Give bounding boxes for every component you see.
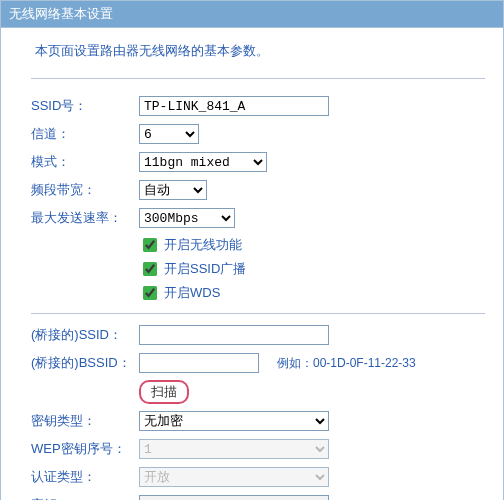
key-input [139,495,329,500]
bandwidth-select[interactable]: 自动 [139,180,207,200]
enable-wireless-checkbox[interactable] [143,238,157,252]
enable-wds-label: 开启WDS [164,284,220,302]
bridge-bssid-label: (桥接的)BSSID： [31,354,139,372]
auth-type-select: 开放 [139,467,329,487]
intro-text: 本页面设置路由器无线网络的基本参数。 [31,42,485,60]
enable-wireless-label: 开启无线功能 [164,236,242,254]
panel-title: 无线网络基本设置 [1,1,503,28]
enable-ssid-label: 开启SSID广播 [164,260,246,278]
bssid-example: 例如：00-1D-0F-11-22-33 [277,355,416,372]
ssid-input[interactable] [139,96,329,116]
ssid-label: SSID号： [31,97,139,115]
maxrate-select[interactable]: 300Mbps [139,208,235,228]
wep-index-select: 1 [139,439,329,459]
key-label: 密钥： [31,496,139,500]
mode-label: 模式： [31,153,139,171]
maxrate-label: 最大发送速率： [31,209,139,227]
channel-select[interactable]: 6 [139,124,199,144]
key-type-label: 密钥类型： [31,412,139,430]
enable-wireless-row: 开启无线功能 [139,235,485,255]
auth-type-label: 认证类型： [31,468,139,486]
section-separator [31,313,485,314]
bridge-ssid-input[interactable] [139,325,329,345]
channel-label: 信道： [31,125,139,143]
enable-wds-checkbox[interactable] [143,286,157,300]
mode-select[interactable]: 11bgn mixed [139,152,267,172]
enable-ssid-row: 开启SSID广播 [139,259,485,279]
wep-index-label: WEP密钥序号： [31,440,139,458]
panel-body: 本页面设置路由器无线网络的基本参数。 SSID号： 信道： 6 模式： 11bg… [1,28,503,500]
scan-button[interactable]: 扫描 [139,380,189,404]
wireless-settings-panel: 无线网络基本设置 本页面设置路由器无线网络的基本参数。 SSID号： 信道： 6… [0,0,504,500]
enable-ssid-checkbox[interactable] [143,262,157,276]
bridge-bssid-input[interactable] [139,353,259,373]
bridge-ssid-label: (桥接的)SSID： [31,326,139,344]
basic-section: SSID号： 信道： 6 模式： 11bgn mixed 频段带宽： 自动 最大… [31,78,485,303]
enable-wds-row: 开启WDS [139,283,485,303]
key-type-select[interactable]: 无加密 [139,411,329,431]
bandwidth-label: 频段带宽： [31,181,139,199]
bridge-section: (桥接的)SSID： (桥接的)BSSID： 例如：00-1D-0F-11-22… [31,324,485,500]
